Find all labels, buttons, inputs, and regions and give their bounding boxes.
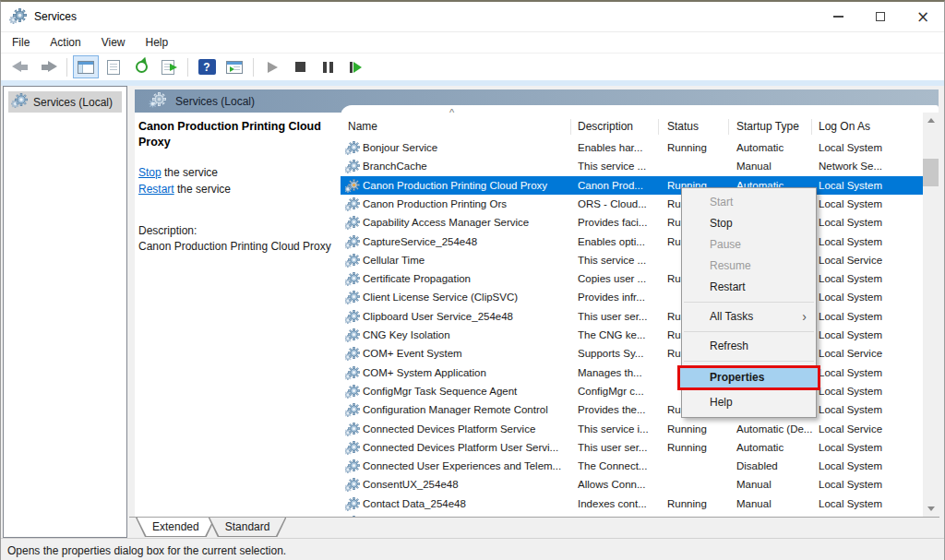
description-label: Description:: [138, 223, 338, 239]
taskpad-header-label: Services (Local): [175, 95, 255, 108]
service-gear-icon: [345, 288, 362, 306]
service-description: Description: Canon Production Printing C…: [138, 223, 338, 254]
menu-file[interactable]: File: [12, 33, 39, 52]
tab-extended[interactable]: Extended: [136, 518, 216, 537]
tab-strip: ExtendedStandard: [129, 517, 939, 538]
service-row-connected-devices-platform-service[interactable]: Connected Devices Platform ServiceThis s…: [341, 420, 925, 438]
service-gear-icon: [345, 195, 362, 213]
cell-startup-type: Manual: [736, 494, 816, 513]
menu-bar: FileActionViewHelp: [1, 31, 944, 53]
cell-log-on-as: Local System: [819, 269, 924, 288]
service-row-connected-user-experiences-and-telem[interactable]: Connected User Experiences and Telem...T…: [341, 457, 925, 475]
action-line-restart: Restart the service: [138, 181, 231, 197]
cell-log-on-as: Network Se...: [819, 157, 924, 175]
service-row-configmgr-task-sequence-agent[interactable]: ConfigMgr Task Sequence AgentConfigMgr c…: [341, 382, 925, 400]
export-list-icon[interactable]: [156, 55, 182, 78]
service-gear-icon: [345, 438, 362, 457]
list-rows: Bonjour ServiceEnables har...RunningAuto…: [341, 105, 939, 517]
pause-service-icon[interactable]: [315, 55, 341, 78]
cell-status: Running: [667, 420, 734, 438]
service-row-captureservice-254e48[interactable]: CaptureService_254e48Enables opti...Runn…: [341, 232, 925, 251]
cell-name: COM+ System Application: [363, 363, 575, 382]
service-row-capability-access-manager-service[interactable]: Capability Access Manager ServiceProvide…: [341, 213, 925, 232]
cell-description: This service i...: [578, 420, 664, 438]
cell-startup-type: Manual: [736, 157, 816, 175]
cell-log-on-as: Local System: [819, 232, 924, 251]
cell-name: CaptureService_254e48: [363, 232, 575, 251]
cell-name: ConfigMgr Task Sequence Agent: [363, 382, 575, 400]
scroll-down-button[interactable]: [923, 501, 939, 517]
minimize-button[interactable]: [817, 2, 859, 31]
action-line-text: the service: [174, 183, 231, 196]
v-scrollbar[interactable]: [923, 113, 939, 517]
service-row-consentux-254e48[interactable]: ConsentUX_254e48Allows Conn...ManualLoca…: [341, 475, 925, 494]
cell-description: Canon Prod...: [578, 176, 664, 195]
service-gear-icon: [345, 475, 362, 494]
cell-name: Canon Production Printing Ors: [363, 195, 575, 213]
service-row-clipboard-user-service-254e48[interactable]: Clipboard User Service_254e48This user s…: [341, 307, 925, 326]
service-row-cellular-time[interactable]: Cellular TimeThis service ...Local Servi…: [341, 251, 925, 269]
restart-service-link[interactable]: Restart: [138, 183, 174, 196]
window-controls: ×: [817, 2, 944, 31]
context-menu-item-help[interactable]: Help: [682, 392, 816, 413]
action-line-text: the service: [161, 166, 218, 179]
service-row-cng-key-isolation[interactable]: CNG Key IsolationThe CNG ke...RunningLoc…: [341, 326, 925, 344]
cell-status: Running: [667, 438, 734, 457]
taskpad: Canon Production Printing Cloud Proxy St…: [135, 113, 339, 517]
menu-view[interactable]: View: [102, 33, 135, 52]
context-menu-item-resume: Resume: [682, 256, 816, 277]
service-row-com-system-application[interactable]: COM+ System ApplicationManages th...Loca…: [341, 363, 925, 382]
service-row-canon-production-printing-cloud-proxy[interactable]: Canon Production Printing Cloud ProxyCan…: [341, 176, 925, 195]
refresh-icon[interactable]: [128, 55, 154, 78]
menu-action[interactable]: Action: [50, 33, 90, 52]
scroll-thumb[interactable]: [923, 159, 939, 186]
action-line-stop: Stop the service: [138, 164, 231, 181]
service-row-certificate-propagation[interactable]: Certificate PropagationCopies user ...Ru…: [341, 269, 925, 288]
cell-name: ConsentUX_254e48: [363, 475, 575, 494]
close-button[interactable]: ×: [902, 2, 944, 31]
extended-view-icon[interactable]: [221, 55, 247, 78]
service-row-branchcache[interactable]: BranchCacheThis service ...ManualNetwork…: [341, 157, 925, 175]
service-row-bonjour-service[interactable]: Bonjour ServiceEnables har...RunningAuto…: [341, 138, 925, 157]
context-menu-item-pause: Pause: [682, 234, 816, 256]
service-gear-icon: [345, 157, 362, 175]
context-menu-item-restart[interactable]: Restart: [682, 277, 816, 298]
properties-dialog-icon[interactable]: [101, 55, 126, 78]
stop-service-icon[interactable]: [287, 55, 313, 78]
cell-log-on-as: Local System: [819, 363, 924, 382]
service-row-contact-data-254e48[interactable]: Contact Data_254e48Indexes cont...Runnin…: [341, 494, 925, 513]
context-menu-item-stop[interactable]: Stop: [682, 213, 816, 234]
service-row-com-event-system[interactable]: COM+ Event SystemSupports Sy...RunningLo…: [341, 344, 925, 363]
service-row-canon-production-printing-ors[interactable]: Canon Production Printing OrsORS - Cloud…: [341, 195, 925, 213]
service-row-configuration-manager-remote-control[interactable]: Configuration Manager Remote ControlProv…: [341, 400, 925, 419]
tree-item-services-local[interactable]: Services (Local): [8, 91, 122, 113]
status-bar: Opens the properties dialog box for the …: [1, 538, 944, 560]
forward-icon[interactable]: [35, 55, 61, 78]
context-menu-item-properties[interactable]: Properties: [677, 365, 820, 390]
context-menu-item-all-tasks[interactable]: All Tasks›: [682, 306, 816, 328]
back-icon[interactable]: [7, 55, 33, 78]
cell-status: Running: [667, 138, 734, 157]
show-console-tree-icon[interactable]: [73, 55, 99, 78]
cell-name: Connected Devices Platform User Servi...: [363, 438, 575, 457]
cell-log-on-as: Local System: [819, 475, 924, 494]
services-gear-icon: [10, 8, 27, 25]
toolbar-separator: [187, 58, 188, 77]
cell-description: Indexes cont...: [578, 494, 664, 513]
maximize-button[interactable]: [859, 2, 902, 31]
cell-name: Connected Devices Platform Service: [363, 420, 575, 438]
menu-help[interactable]: Help: [146, 33, 178, 52]
help-icon[interactable]: ?: [194, 55, 220, 78]
service-row-connected-devices-platform-user-servi[interactable]: Connected Devices Platform User Servi...…: [341, 438, 925, 457]
start-service-icon[interactable]: [259, 55, 285, 78]
scroll-up-button[interactable]: [923, 113, 939, 128]
restart-service-icon[interactable]: [342, 55, 368, 78]
toolbar-separator: [253, 58, 254, 77]
context-menu-item-refresh[interactable]: Refresh: [682, 336, 816, 357]
status-text: Opens the properties dialog box for the …: [7, 544, 286, 557]
tab-standard[interactable]: Standard: [209, 518, 287, 537]
service-row-client-license-service-clipsvc[interactable]: Client License Service (ClipSVC)Provides…: [341, 288, 925, 306]
stop-service-link[interactable]: Stop: [138, 166, 161, 179]
submenu-arrow-icon: ›: [802, 306, 807, 328]
cell-name: Configuration Manager Remote Control: [363, 400, 575, 419]
